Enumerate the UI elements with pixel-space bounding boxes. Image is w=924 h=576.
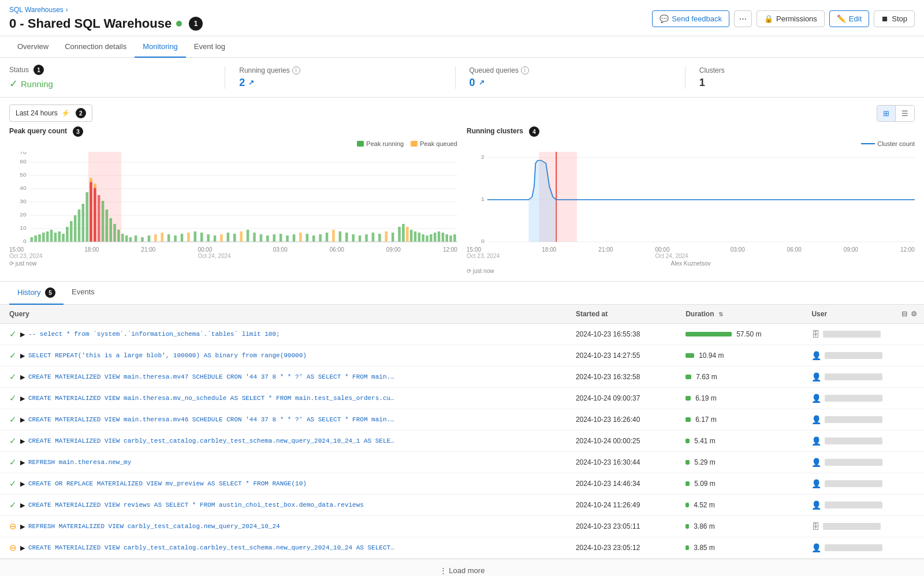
running-clusters-chart-title: Running clusters	[467, 127, 523, 135]
time-selector[interactable]: Last 24 hours ⚡ 2	[9, 104, 92, 122]
svg-rect-25	[70, 221, 73, 242]
user-name	[825, 437, 882, 444]
table-row[interactable]: ✓ ▶ SELECT REPEAT('this is a large blob'…	[0, 345, 924, 366]
query-status-icon: ✓	[9, 372, 17, 382]
expand-icon[interactable]: ▶	[20, 480, 25, 488]
table-row[interactable]: ✓ ▶ CREATE MATERIALIZED VIEW carbly_test…	[0, 431, 924, 452]
tab-history[interactable]: History 5	[9, 282, 64, 305]
metric-status: Status 1 ✓ Running	[9, 65, 225, 90]
svg-rect-19	[46, 231, 49, 242]
running-queries-link[interactable]: 2	[239, 77, 245, 89]
svg-rect-83	[406, 227, 409, 242]
query-text[interactable]: REFRESH main.theresa.new_my	[28, 459, 131, 466]
svg-rect-72	[339, 231, 342, 242]
query-text[interactable]: SELECT REPEAT('this is a large blob', 10…	[28, 352, 307, 359]
svg-text:30: 30	[20, 199, 26, 204]
feedback-label: Send feedback	[672, 14, 722, 23]
svg-rect-69	[319, 234, 322, 242]
permissions-button[interactable]: 🔒 Permissions	[757, 10, 825, 27]
query-text[interactable]: CREATE MATERIALIZED VIEW carbly_test_cat…	[28, 544, 398, 551]
user-cell: 👤	[804, 431, 924, 452]
expand-icon[interactable]: ▶	[20, 352, 25, 360]
user-name	[825, 416, 882, 423]
query-text[interactable]: REFRESH MATERIALIZED VIEW carbly_test_ca…	[28, 523, 280, 530]
metric-clusters-value: 1	[699, 77, 901, 89]
filter-icon[interactable]: ⊟	[901, 310, 907, 318]
svg-rect-26	[74, 215, 77, 242]
tab-events[interactable]: Events	[64, 282, 103, 305]
more-actions-button[interactable]: ⋯	[734, 10, 752, 27]
tab-connection-details[interactable]: Connection details	[57, 36, 135, 58]
svg-rect-52	[207, 234, 210, 242]
user-type-icon: 🗄	[811, 522, 819, 531]
breadcrumb[interactable]: SQL Warehouses ›	[9, 6, 203, 14]
running-queries-info-icon[interactable]: i	[292, 66, 300, 74]
started-at-cell: 2024-10-23 16:55:38	[569, 324, 679, 345]
svg-rect-75	[359, 235, 362, 242]
tab-overview[interactable]: Overview	[9, 36, 57, 58]
expand-icon[interactable]: ▶	[20, 502, 25, 509]
query-status-icon: ✓	[9, 478, 17, 489]
metric-clusters: Clusters 1	[685, 66, 915, 89]
expand-icon[interactable]: ▶	[20, 416, 25, 424]
stop-button[interactable]: ⏹ Stop	[874, 10, 915, 27]
edit-button[interactable]: ✏️ Edit	[829, 10, 869, 27]
query-text[interactable]: CREATE MATERIALIZED VIEW reviews AS SELE…	[28, 502, 364, 508]
table-row[interactable]: ✓ ▶ REFRESH main.theresa.new_my 2024-10-…	[0, 452, 924, 473]
query-cell: ✓ ▶ CREATE MATERIALIZED VIEW main.theres…	[0, 388, 569, 409]
query-text[interactable]: -- select * from `system`.`information_s…	[28, 331, 280, 338]
table-row[interactable]: ✓ ▶ CREATE OR REPLACE MATERIALIZED VIEW …	[0, 473, 924, 495]
step1-badge: 1	[189, 17, 203, 31]
query-text[interactable]: CREATE MATERIALIZED VIEW main.theresa.mv…	[28, 395, 398, 402]
duration-bar	[685, 545, 689, 550]
query-cell: ✓ ▶ CREATE MATERIALIZED VIEW carbly_test…	[0, 431, 569, 451]
query-text[interactable]: CREATE MATERIALIZED VIEW carbly_test_cat…	[28, 437, 398, 444]
expand-icon[interactable]: ▶	[20, 523, 25, 530]
svg-rect-36	[113, 224, 116, 242]
grid-view-button[interactable]: ⊞	[877, 106, 896, 121]
expand-icon[interactable]: ▶	[20, 331, 25, 338]
svg-rect-89	[430, 234, 433, 242]
query-text[interactable]: CREATE MATERIALIZED VIEW main.theresa.mv…	[28, 416, 398, 423]
user-name	[825, 502, 882, 508]
queued-queries-info-icon[interactable]: i	[521, 66, 529, 74]
svg-text:0: 0	[481, 238, 485, 244]
expand-icon[interactable]: ▶	[20, 437, 25, 445]
expand-icon[interactable]: ▶	[20, 373, 25, 381]
table-row[interactable]: ✓ ▶ CREATE MATERIALIZED VIEW main.theres…	[0, 409, 924, 431]
metric-queued-queries-value: 0 ↗	[470, 77, 671, 89]
duration-cell: 57.50 m	[679, 324, 804, 345]
send-feedback-button[interactable]: 💬 Send feedback	[652, 10, 729, 27]
svg-rect-30	[90, 181, 92, 242]
query-text[interactable]: CREATE MATERIALIZED VIEW main.theresa.mv…	[28, 373, 398, 380]
duration-bar	[685, 396, 691, 401]
table-row[interactable]: ✓ ▶ CREATE MATERIALIZED VIEW main.theres…	[0, 388, 924, 409]
expand-icon[interactable]: ▶	[20, 395, 25, 402]
table-row[interactable]: ✓ ▶ CREATE MATERIALIZED VIEW main.theres…	[0, 366, 924, 388]
table-row[interactable]: ✓ ▶ CREATE MATERIALIZED VIEW reviews AS …	[0, 495, 924, 516]
duration-sort-icon[interactable]: ⇅	[718, 311, 723, 317]
list-view-button[interactable]: ☰	[896, 106, 914, 121]
svg-rect-79	[385, 231, 388, 242]
view-toggle: ⊞ ☰	[877, 105, 915, 122]
settings-icon[interactable]: ⚙	[911, 310, 917, 318]
query-text[interactable]: CREATE OR REPLACE MATERIALIZED VIEW mv_p…	[28, 480, 307, 487]
svg-rect-23	[62, 234, 65, 242]
table-header-row: Query Started at Duration ⇅ User ⊟ ⚙	[0, 305, 924, 324]
table-row[interactable]: ⊖ ▶ REFRESH MATERIALIZED VIEW carbly_tes…	[0, 516, 924, 537]
peak-query-x-labels: 15:00Oct 23, 2024 18:00 21:00 00:00Oct 2…	[9, 246, 457, 259]
table-row[interactable]: ⊖ ▶ CREATE MATERIALIZED VIEW carbly_test…	[0, 537, 924, 559]
expand-icon[interactable]: ▶	[20, 544, 25, 552]
cluster-count-legend: Cluster count	[861, 140, 915, 147]
tab-monitoring[interactable]: Monitoring	[135, 36, 186, 58]
top-bar-actions: 💬 Send feedback ⋯ 🔒 Permissions ✏️ Edit …	[652, 10, 915, 27]
peak-query-legend: Peak running Peak queued	[357, 140, 457, 147]
queued-queries-link[interactable]: 0	[470, 77, 475, 89]
tab-event-log[interactable]: Event log	[186, 36, 233, 58]
expand-icon[interactable]: ▶	[20, 459, 25, 466]
step1-badge-small: 1	[33, 65, 44, 75]
load-more-button[interactable]: ⋮ Load more	[0, 559, 924, 576]
svg-rect-59	[253, 233, 256, 242]
table-row[interactable]: ✓ ▶ -- select * from `system`.`informati…	[0, 324, 924, 345]
duration-cell: 3.85 m	[679, 537, 804, 559]
